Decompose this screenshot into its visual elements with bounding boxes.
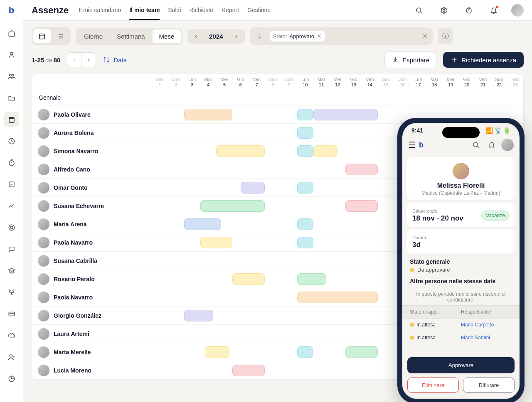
period-giorno[interactable]: Giorno bbox=[77, 29, 109, 43]
nav-invite-icon[interactable] bbox=[4, 350, 19, 365]
period-mese[interactable]: Mese bbox=[153, 29, 181, 43]
dynamic-island bbox=[442, 127, 480, 138]
status-title: Stato generale bbox=[410, 258, 512, 265]
absence-bar[interactable] bbox=[184, 109, 233, 120]
person-name: Lucía Moreno bbox=[54, 367, 91, 374]
tab-saldi[interactable]: Saldi bbox=[168, 1, 181, 20]
absence-bar[interactable] bbox=[297, 292, 378, 303]
nav-check-icon[interactable] bbox=[4, 177, 19, 192]
manager-link[interactable]: Maria Carpetto bbox=[461, 322, 512, 328]
reject-button[interactable]: Rifiutare bbox=[463, 377, 515, 393]
nav-pie-icon[interactable] bbox=[4, 371, 19, 386]
nav-cloud-icon[interactable] bbox=[4, 328, 19, 343]
tab-il-mio-calendario[interactable]: Il mio calendario bbox=[79, 1, 121, 20]
stopwatch-icon[interactable] bbox=[461, 3, 476, 18]
phone-search-icon[interactable] bbox=[470, 139, 482, 151]
manager-link[interactable]: Mario Santini bbox=[461, 335, 512, 341]
absence-bar[interactable] bbox=[241, 182, 265, 194]
nav-team-icon[interactable] bbox=[4, 69, 19, 84]
tab-richieste[interactable]: Richieste bbox=[190, 1, 214, 20]
person-card: Melissa Florelli Medico (Ospedale La Paz… bbox=[406, 157, 515, 200]
svg-point-0 bbox=[10, 52, 13, 55]
absence-bar[interactable] bbox=[297, 145, 313, 157]
person-avatar bbox=[453, 163, 469, 179]
absence-bar[interactable] bbox=[200, 200, 265, 212]
nav-timer-icon[interactable] bbox=[4, 155, 19, 170]
search-icon[interactable] bbox=[411, 3, 426, 18]
absence-bar[interactable] bbox=[200, 237, 233, 248]
nav-calendar-icon[interactable] bbox=[4, 112, 19, 127]
sort-button[interactable]: Data bbox=[103, 56, 127, 64]
absence-bar[interactable] bbox=[297, 127, 313, 139]
approver-row[interactable]: In attesaMaria Carpetto bbox=[402, 319, 520, 331]
filter-bar[interactable]: ☆ Stato: Approvato ✕ ✕ bbox=[250, 27, 433, 45]
absence-bar[interactable] bbox=[297, 109, 313, 120]
phone-bell-icon[interactable] bbox=[485, 139, 498, 151]
approver-row[interactable]: In attesaMario Santini bbox=[402, 331, 520, 344]
nav-user-icon[interactable] bbox=[4, 47, 19, 62]
prev-page-button[interactable]: ‹ bbox=[67, 53, 81, 67]
bell-icon[interactable] bbox=[486, 3, 501, 18]
absence-bar[interactable] bbox=[297, 273, 326, 285]
favorite-icon[interactable]: ☆ bbox=[253, 30, 266, 42]
settings-icon[interactable] bbox=[436, 3, 451, 18]
nav-home-icon[interactable] bbox=[4, 26, 19, 41]
nav-folder-icon[interactable] bbox=[4, 91, 19, 105]
tab-il-mio-team[interactable]: Il mio team bbox=[129, 1, 160, 20]
filter-chip-remove[interactable]: ✕ bbox=[317, 33, 322, 39]
clear-filters-button[interactable]: ✕ bbox=[421, 32, 429, 40]
approvers-table-header: Stato di appr... Responsabile bbox=[402, 305, 520, 319]
prev-year-button[interactable]: ‹ bbox=[190, 30, 202, 42]
nav-school-icon[interactable] bbox=[4, 263, 19, 278]
next-page-button[interactable]: › bbox=[81, 53, 96, 67]
nav-chart-icon[interactable] bbox=[4, 199, 19, 213]
approve-button[interactable]: Approvare bbox=[407, 357, 515, 373]
date-range-value: 18 nov - 20 nov bbox=[412, 214, 463, 223]
period-settimana[interactable]: Settimana bbox=[110, 29, 152, 43]
status-dot-icon bbox=[410, 323, 414, 327]
absence-bar[interactable] bbox=[184, 310, 213, 321]
next-year-button[interactable]: › bbox=[231, 30, 242, 42]
list-view-button[interactable] bbox=[52, 29, 69, 43]
absence-bar[interactable] bbox=[297, 346, 313, 358]
menu-icon[interactable]: ☰ bbox=[408, 140, 416, 150]
duration-value: 3d bbox=[412, 241, 510, 249]
absence-bar[interactable] bbox=[297, 237, 313, 248]
request-absence-button[interactable]: Richiedere assenza bbox=[443, 52, 524, 68]
user-avatar[interactable] bbox=[511, 4, 524, 17]
absence-bar[interactable] bbox=[232, 273, 265, 285]
nav-clock-icon[interactable] bbox=[4, 134, 19, 149]
nav-target-icon[interactable] bbox=[4, 220, 19, 235]
avatar bbox=[38, 365, 49, 376]
pagination-range: 1-25da80 bbox=[32, 56, 60, 64]
absence-bar[interactable] bbox=[297, 218, 313, 230]
absence-bar[interactable] bbox=[313, 109, 378, 120]
calendar-view-button[interactable] bbox=[33, 29, 51, 43]
absence-bar[interactable] bbox=[232, 365, 265, 376]
day-column: Gio20 bbox=[459, 74, 475, 90]
nav-flow-icon[interactable] bbox=[4, 285, 19, 300]
phone-logo[interactable]: b bbox=[419, 141, 424, 150]
export-button[interactable]: Esportare bbox=[384, 51, 436, 68]
filter-chip[interactable]: Stato: Approvato ✕ bbox=[270, 31, 325, 42]
info-icon[interactable]: ⓘ bbox=[438, 28, 453, 44]
person-role: Medico (Ospedale La Paz - Madrid) bbox=[412, 190, 510, 196]
person-name: Rosario Peralo bbox=[54, 276, 95, 282]
nav-chat-icon[interactable] bbox=[4, 242, 19, 257]
app-logo[interactable]: b bbox=[9, 5, 14, 16]
absence-bar[interactable] bbox=[345, 164, 378, 175]
absence-bar[interactable] bbox=[184, 218, 221, 230]
tab-gestione[interactable]: Gestione bbox=[247, 1, 271, 20]
phone-avatar[interactable] bbox=[501, 139, 514, 151]
nav-card-icon[interactable] bbox=[4, 306, 19, 321]
svg-point-11 bbox=[11, 294, 12, 295]
absence-bar[interactable] bbox=[297, 182, 313, 194]
absence-bar[interactable] bbox=[205, 346, 229, 358]
absence-bar[interactable] bbox=[345, 200, 378, 212]
tab-report[interactable]: Report bbox=[222, 1, 239, 20]
avatar bbox=[38, 218, 49, 230]
absence-bar[interactable] bbox=[216, 145, 265, 157]
absence-bar[interactable] bbox=[313, 145, 337, 157]
absence-bar[interactable] bbox=[345, 346, 378, 358]
delete-button[interactable]: Eliminare bbox=[407, 377, 459, 393]
